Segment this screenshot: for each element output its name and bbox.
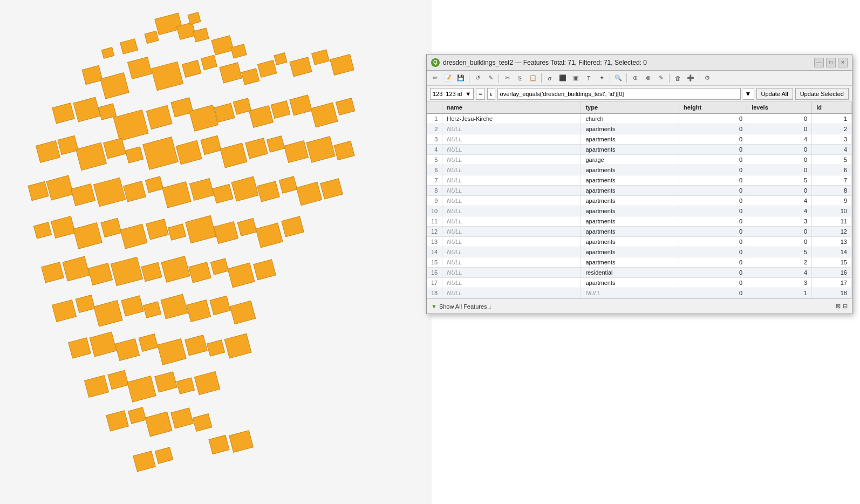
- col-header-levels[interactable]: levels: [747, 102, 812, 113]
- svg-rect-22: [52, 103, 75, 124]
- cell-type: apartments: [581, 247, 679, 257]
- expression-input[interactable]: [497, 88, 741, 100]
- cell-id: 9: [812, 196, 852, 206]
- svg-rect-115: [229, 431, 254, 453]
- svg-rect-100: [185, 335, 208, 356]
- update-all-button[interactable]: Update All: [756, 88, 793, 100]
- cell-id: 13: [812, 237, 852, 247]
- reload-btn[interactable]: ↺: [472, 72, 483, 84]
- svg-rect-43: [201, 135, 221, 154]
- svg-rect-81: [161, 256, 190, 282]
- cell-row-num: 5: [427, 155, 442, 165]
- copy-btn[interactable]: ⎘: [514, 72, 526, 84]
- table-row[interactable]: 16NULLresidential0416: [427, 268, 852, 278]
- zoom-map-btn[interactable]: ⊕: [629, 72, 641, 84]
- bottom-icon-2[interactable]: ⊟: [843, 303, 848, 310]
- col-header-id[interactable]: id: [812, 102, 852, 113]
- update-selected-button[interactable]: Update Selected: [795, 88, 849, 100]
- equals-button[interactable]: =: [476, 88, 484, 100]
- deselect-btn[interactable]: ▣: [570, 72, 582, 84]
- table-row[interactable]: 7NULLapartments057: [427, 175, 852, 186]
- delete-btn[interactable]: 🗑: [672, 72, 684, 84]
- svg-rect-75: [282, 216, 304, 237]
- svg-rect-68: [120, 224, 147, 249]
- cell-levels: 3: [747, 278, 812, 288]
- table-row[interactable]: 13NULLapartments0013: [427, 237, 852, 247]
- save-edits-btn[interactable]: 💾: [455, 72, 467, 84]
- svg-rect-15: [220, 63, 242, 83]
- epsilon-button[interactable]: ε: [487, 88, 495, 100]
- table-row[interactable]: 10NULLapartments0410: [427, 206, 852, 216]
- search-btn[interactable]: 🔍: [612, 72, 624, 84]
- svg-rect-69: [146, 219, 169, 240]
- bottom-icon-1[interactable]: ⊠: [836, 303, 841, 310]
- field-name: 123 id: [446, 91, 462, 97]
- svg-rect-10: [100, 73, 129, 99]
- table-row[interactable]: 11NULLapartments0311: [427, 216, 852, 227]
- cell-height: 0: [679, 227, 747, 237]
- svg-rect-73: [237, 219, 257, 236]
- paste-btn[interactable]: 📋: [527, 72, 539, 84]
- minimize-button[interactable]: —: [814, 58, 824, 67]
- svg-rect-82: [189, 262, 211, 283]
- table-row[interactable]: 5NULLgarage005: [427, 155, 852, 165]
- cell-type: NULL: [581, 288, 679, 298]
- svg-rect-80: [141, 262, 162, 281]
- cell-height: 0: [679, 124, 747, 134]
- table-row[interactable]: 12NULLapartments0012: [427, 227, 852, 237]
- field-selector[interactable]: 123 123 id ▼: [430, 88, 474, 100]
- organize-btn[interactable]: ⚙: [701, 72, 713, 84]
- table-row[interactable]: 4NULLapartments004: [427, 145, 852, 155]
- pan-map-btn[interactable]: ⊗: [642, 72, 654, 84]
- svg-rect-108: [194, 371, 220, 394]
- select-all-btn[interactable]: ⬛: [557, 72, 569, 84]
- cell-height: 0: [679, 247, 747, 257]
- cell-type: apartments: [581, 237, 679, 247]
- cell-row-num: 11: [427, 216, 442, 227]
- svg-rect-106: [155, 372, 178, 392]
- maximize-button[interactable]: □: [826, 58, 836, 67]
- attribute-table-container[interactable]: name type height levels id 1Herz-Jesu-Ki…: [427, 102, 852, 298]
- show-all-label: Show All Features ↓: [439, 303, 492, 310]
- col-header-name[interactable]: name: [442, 102, 581, 113]
- expression-dropdown[interactable]: ▼: [743, 88, 754, 100]
- table-row[interactable]: 2NULLapartments002: [427, 124, 852, 134]
- table-row[interactable]: 14NULLapartments0514: [427, 247, 852, 257]
- cell-row-num: 3: [427, 134, 442, 145]
- svg-rect-51: [46, 175, 73, 200]
- svg-rect-41: [143, 137, 179, 170]
- new-col-btn[interactable]: ➕: [685, 72, 697, 84]
- svg-rect-65: [51, 216, 76, 239]
- show-all-features-button[interactable]: ▼ Show All Features ↓: [431, 303, 492, 310]
- table-row[interactable]: 3NULLapartments043: [427, 134, 852, 145]
- select-by-expr-btn[interactable]: σ: [544, 72, 556, 84]
- cell-id: 2: [812, 124, 852, 134]
- table-row[interactable]: 18NULLNULL0118: [427, 288, 852, 298]
- svg-rect-99: [158, 339, 186, 365]
- filter-btn[interactable]: T: [583, 72, 595, 84]
- table-row[interactable]: 15NULLapartments0215: [427, 257, 852, 268]
- close-button[interactable]: ×: [838, 58, 848, 67]
- filter2-btn[interactable]: ✦: [596, 72, 608, 84]
- col-header-height[interactable]: height: [679, 102, 747, 113]
- zoom-sel-btn[interactable]: ✎: [655, 72, 667, 84]
- cell-height: 0: [679, 134, 747, 145]
- svg-rect-94: [230, 301, 255, 324]
- table-row[interactable]: 17NULLapartments0317: [427, 278, 852, 288]
- svg-rect-31: [249, 106, 274, 128]
- edit-mode-btn[interactable]: 📝: [442, 72, 454, 84]
- svg-rect-29: [214, 103, 235, 122]
- cell-levels: 5: [747, 175, 812, 186]
- add-feature-btn[interactable]: ✎: [484, 72, 496, 84]
- svg-rect-62: [296, 182, 322, 205]
- svg-rect-2: [193, 28, 209, 42]
- svg-rect-95: [69, 338, 91, 358]
- table-row[interactable]: 8NULLapartments008: [427, 186, 852, 196]
- table-row[interactable]: 1Herz-Jesu-Kirchechurch001: [427, 113, 852, 124]
- table-row[interactable]: 6NULLapartments006: [427, 165, 852, 175]
- svg-rect-114: [209, 435, 229, 454]
- edit-button[interactable]: ✏: [429, 72, 441, 84]
- col-header-type[interactable]: type: [581, 102, 679, 113]
- table-row[interactable]: 9NULLapartments049: [427, 196, 852, 206]
- cut-btn[interactable]: ✂: [501, 72, 513, 84]
